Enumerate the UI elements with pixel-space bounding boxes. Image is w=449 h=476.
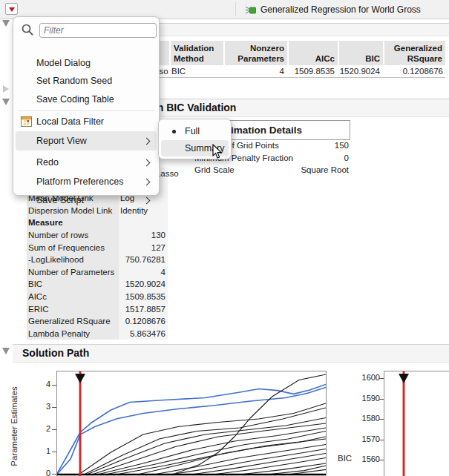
disclosure-open-icon[interactable]	[2, 20, 10, 27]
y-tick-label: 0	[33, 469, 50, 476]
menu-item-platform-preferences[interactable]: Platform Preferences	[16, 173, 157, 191]
menu-separator	[18, 110, 154, 111]
table-row: Generalized RSquare0.1208676	[27, 315, 168, 328]
disclosure-open-icon[interactable]	[2, 99, 10, 105]
summary-row-value: 1509.8535	[119, 291, 168, 303]
column-header-4: BIC	[339, 41, 383, 65]
menu-item-local-data-filter[interactable]: Local Data Filter	[16, 113, 157, 130]
search-icon	[21, 23, 34, 36]
table-row: BIC1520.9024	[27, 278, 168, 291]
window-title: Generalized Regression for World Gross	[260, 4, 421, 15]
y-tick-label: 1600	[355, 373, 380, 382]
menu-item-label: Save Coding Table	[36, 94, 114, 105]
chevron-right-icon	[143, 159, 151, 166]
bic-chart	[384, 371, 449, 476]
summary-row-label: BIC	[27, 278, 119, 291]
solution-path-plot[interactable]	[56, 371, 327, 476]
column-header-3: AICc	[289, 41, 338, 65]
y-tick-label: 1570	[355, 434, 380, 443]
menu-item-set-random-seed[interactable]: Set Random Seed	[16, 72, 157, 90]
red-triangle-popup-menu: Model DialogSet Random SeedSave Coding T…	[13, 16, 160, 196]
table-cell: 1520.9024	[339, 67, 380, 76]
menu-item-label: Platform Preferences	[36, 176, 123, 187]
table-row: ERIC1517.8857	[27, 303, 168, 316]
red-triangle-menu-button[interactable]	[5, 3, 18, 15]
table-row: Number of Parameters4	[27, 266, 168, 279]
summary-row-value: 1517.8857	[119, 303, 168, 316]
menu-item-label: Local Data Filter	[36, 116, 104, 127]
chevron-right-icon	[143, 137, 151, 145]
table-row: -LogLikelihood750.76281	[27, 254, 168, 266]
menu-item-label: Set Random Seed	[36, 76, 112, 86]
column-header-5: Generalized RSquare	[384, 41, 445, 65]
window-title-area: Generalized Regression for World Gross	[245, 3, 421, 16]
summary-row-value	[119, 216, 168, 229]
solution-path-chart	[57, 371, 326, 476]
disclosure-closed-icon[interactable]	[3, 85, 9, 93]
y-tick-label: 4	[33, 380, 50, 389]
submenu-item-full[interactable]: Full	[161, 123, 229, 139]
summary-row-value: 5.863476	[119, 328, 168, 340]
summary-row-label: Number of rows	[27, 229, 119, 242]
summary-row-value: 750.76281	[119, 254, 168, 266]
menu-item-redo[interactable]: Redo	[16, 153, 157, 171]
estimation-detail-value: Square Root	[282, 165, 349, 174]
red-triangle-icon	[9, 7, 15, 12]
menu-item-save-coding-table[interactable]: Save Coding Table	[16, 90, 157, 108]
report-icon	[245, 5, 256, 15]
table-row: AICc1509.8535	[27, 291, 168, 303]
solution-path-title: Solution Path	[22, 347, 89, 359]
menu-item-save-script[interactable]: Save Script	[16, 192, 157, 208]
estimation-detail-label: Grid Scale	[194, 165, 235, 174]
bic-validation-plot[interactable]	[384, 371, 449, 476]
table-cell: BIC	[171, 67, 223, 76]
summary-row-label: -LogLikelihood	[27, 254, 119, 266]
mouse-cursor-icon	[212, 144, 223, 159]
summary-row-label: Number of Parameters	[27, 266, 119, 279]
path-black-10	[154, 445, 326, 475]
jmp-report-window: Generalized Regression for World Gross E…	[0, 0, 449, 476]
summary-row-value: 1520.9024	[119, 278, 168, 291]
y-tick-label: 1590	[355, 394, 380, 403]
summary-row-value: 130	[119, 229, 168, 242]
summary-row-label: AICc	[27, 291, 119, 303]
table-row: Lambda Penalty5.863476	[27, 328, 168, 340]
menu-item-model-dialog[interactable]: Model Dialog	[16, 54, 157, 72]
summary-row-label: Sum of Frequencies	[27, 242, 119, 254]
table-row: Number of rows130	[27, 229, 168, 242]
solution-marker-icon	[399, 374, 409, 383]
table-row: Sum of Frequencies127	[27, 242, 168, 254]
y-tick-label: 1560	[355, 454, 380, 463]
menu-item-report-view[interactable]: Report View	[16, 131, 157, 151]
table-cell: 4	[225, 67, 284, 76]
estimation-detail-value: 150	[282, 141, 349, 150]
bic-axis-label: BIC	[338, 454, 352, 463]
table-row: Measure	[27, 216, 168, 229]
summary-row-label: Measure	[27, 216, 119, 229]
summary-row-label: ERIC	[27, 303, 119, 316]
chevron-right-icon	[143, 196, 151, 204]
menu-item-label: Save Script	[36, 195, 84, 205]
column-header-2: Nonzero Parameters	[225, 41, 287, 65]
y-tick-label: 3	[33, 402, 50, 411]
chevron-right-icon	[143, 178, 151, 185]
table-cell: 0.1208676	[384, 67, 443, 76]
toolbar-divider	[235, 2, 236, 16]
summary-row-value: 0.1208676	[119, 315, 168, 328]
table-cell: 1509.8535	[289, 67, 335, 76]
menu-item-label: Redo	[36, 157, 59, 168]
summary-row-label: Generalized RSquare	[27, 315, 119, 328]
menu-item-label: Report View	[36, 136, 87, 146]
column-header-1: Validation Method	[171, 41, 223, 65]
estimation-detail-value: 0	[282, 153, 349, 162]
y-tick-label: 1	[33, 446, 50, 455]
solution-marker-icon	[75, 374, 85, 383]
menu-item-label: Model Dialog	[36, 58, 91, 68]
summary-row-label: Lambda Penalty	[27, 328, 119, 340]
disclosure-open-icon[interactable]	[2, 348, 10, 354]
y-tick-label: 2	[33, 424, 50, 433]
parameter-estimates-axis-label: Parameter Estimates	[10, 378, 19, 475]
submenu-item-label: Full	[185, 126, 200, 136]
summary-row-value: 127	[119, 242, 168, 254]
menu-filter-input[interactable]	[39, 23, 157, 38]
